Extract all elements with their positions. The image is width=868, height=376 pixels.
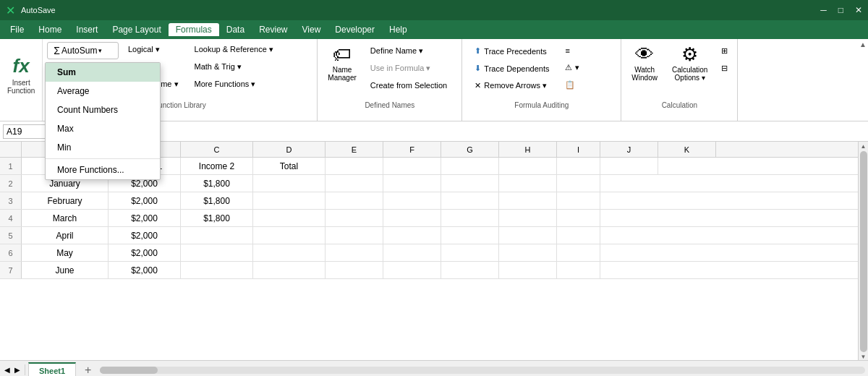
cell-G1[interactable] bbox=[441, 158, 499, 174]
remove-arrows-btn[interactable]: ✕ Remove Arrows ▾ bbox=[468, 78, 556, 93]
watch-window-btn[interactable]: 👁 WatchWindow bbox=[627, 42, 662, 83]
cell-F4[interactable] bbox=[383, 210, 441, 226]
name-manager-btn[interactable]: 🏷 NameManager bbox=[323, 42, 360, 83]
cell-C1[interactable]: Income 2 bbox=[181, 158, 253, 174]
cell-G6[interactable] bbox=[441, 244, 499, 261]
menu-formulas[interactable]: Formulas bbox=[169, 23, 219, 36]
menu-file[interactable]: File bbox=[3, 23, 31, 36]
cell-I3[interactable] bbox=[557, 192, 600, 209]
dropdown-more-functions[interactable]: More Functions... bbox=[46, 161, 160, 179]
menu-view[interactable]: View bbox=[295, 23, 328, 36]
autosum-btn[interactable]: Σ AutoSum ▾ bbox=[47, 42, 119, 59]
cell-D4[interactable] bbox=[253, 210, 326, 226]
menu-page-layout[interactable]: Page Layout bbox=[105, 23, 168, 36]
cell-H6[interactable] bbox=[499, 244, 557, 261]
cell-C7[interactable] bbox=[181, 262, 253, 278]
col-header-G[interactable]: G bbox=[441, 142, 499, 157]
cell-F1[interactable] bbox=[383, 158, 441, 174]
cell-D1[interactable]: Total bbox=[253, 158, 326, 174]
cell-C2[interactable]: $1,800 bbox=[181, 175, 253, 192]
sheet-tab-sheet1[interactable]: Sheet1 bbox=[28, 362, 76, 377]
formula-input[interactable] bbox=[77, 125, 865, 138]
trace-dependents-btn[interactable]: ⬇ Trace Dependents bbox=[468, 61, 556, 76]
dropdown-max[interactable]: Max bbox=[46, 119, 160, 138]
evaluate-formula-btn[interactable]: 📋 bbox=[558, 77, 585, 93]
cell-J7[interactable] bbox=[600, 262, 658, 278]
minimize-btn[interactable]: ─ bbox=[820, 5, 827, 15]
cell-C6[interactable] bbox=[181, 244, 253, 261]
cell-H3[interactable] bbox=[499, 192, 557, 209]
cell-I1[interactable] bbox=[557, 158, 600, 174]
cell-C3[interactable]: $1,800 bbox=[181, 192, 253, 209]
close-btn[interactable]: ✕ bbox=[855, 5, 862, 15]
math-trig-btn[interactable]: Math & Trig ▾ bbox=[188, 59, 280, 74]
show-formulas-btn[interactable]: ≡ bbox=[558, 43, 585, 58]
define-name-btn[interactable]: Define Name ▾ bbox=[364, 43, 454, 59]
cell-C5[interactable] bbox=[181, 227, 253, 244]
col-header-H[interactable]: H bbox=[499, 142, 557, 157]
cell-H1[interactable] bbox=[499, 158, 557, 174]
cell-J5[interactable] bbox=[600, 227, 658, 244]
create-from-selection-btn[interactable]: Create from Selection bbox=[364, 78, 454, 93]
cell-G7[interactable] bbox=[441, 262, 499, 278]
scroll-down-btn[interactable]: ▼ bbox=[861, 354, 867, 360]
col-header-J[interactable]: J bbox=[600, 142, 658, 157]
cell-J4[interactable] bbox=[600, 210, 658, 226]
cell-D7[interactable] bbox=[253, 262, 326, 278]
col-header-D[interactable]: D bbox=[253, 142, 326, 157]
cell-E6[interactable] bbox=[326, 244, 383, 261]
cell-H5[interactable] bbox=[499, 227, 557, 244]
cell-A3[interactable]: February bbox=[22, 192, 109, 209]
col-header-K[interactable]: K bbox=[658, 142, 716, 157]
cell-E4[interactable] bbox=[326, 210, 383, 226]
cell-C4[interactable]: $1,800 bbox=[181, 210, 253, 226]
vertical-scrollbar[interactable]: ▲ ▼ bbox=[858, 142, 868, 360]
insert-function-btn[interactable]: fx InsertFunction bbox=[0, 39, 43, 121]
cell-E7[interactable] bbox=[326, 262, 383, 278]
cell-G4[interactable] bbox=[441, 210, 499, 226]
cell-H2[interactable] bbox=[499, 175, 557, 192]
more-functions-btn[interactable]: More Functions ▾ bbox=[188, 77, 280, 92]
cell-G2[interactable] bbox=[441, 175, 499, 192]
cell-E2[interactable] bbox=[326, 175, 383, 192]
calc-now-btn[interactable]: ⊞ bbox=[718, 43, 731, 59]
add-sheet-btn[interactable]: + bbox=[79, 362, 97, 377]
col-header-I[interactable]: I bbox=[557, 142, 600, 157]
scroll-left-btn[interactable]: ◀ bbox=[3, 364, 12, 375]
dropdown-count-numbers[interactable]: Count Numbers bbox=[46, 101, 160, 119]
cell-J6[interactable] bbox=[600, 244, 658, 261]
scroll-thumb[interactable] bbox=[860, 151, 867, 352]
cell-F2[interactable] bbox=[383, 175, 441, 192]
cell-D2[interactable] bbox=[253, 175, 326, 192]
error-checking-btn[interactable]: ⚠ ▾ bbox=[558, 60, 585, 75]
calculation-options-btn[interactable]: ⚙ CalculationOptions ▾ bbox=[668, 42, 712, 83]
cell-F6[interactable] bbox=[383, 244, 441, 261]
lookup-ref-btn[interactable]: Lookup & Reference ▾ bbox=[188, 42, 280, 57]
cell-B7[interactable]: $2,000 bbox=[109, 262, 181, 278]
cell-H4[interactable] bbox=[499, 210, 557, 226]
calc-sheet-btn[interactable]: ⊟ bbox=[718, 61, 731, 76]
cell-B6[interactable]: $2,000 bbox=[109, 244, 181, 261]
cell-G5[interactable] bbox=[441, 227, 499, 244]
cell-D3[interactable] bbox=[253, 192, 326, 209]
cell-H7[interactable] bbox=[499, 262, 557, 278]
cell-F7[interactable] bbox=[383, 262, 441, 278]
cell-I4[interactable] bbox=[557, 210, 600, 226]
cell-A6[interactable]: May bbox=[22, 244, 109, 261]
cell-I6[interactable] bbox=[557, 244, 600, 261]
cell-E1[interactable] bbox=[326, 158, 383, 174]
use-in-formula-btn[interactable]: Use in Formula ▾ bbox=[364, 61, 454, 76]
dropdown-min[interactable]: Min bbox=[46, 138, 160, 157]
cell-A4[interactable]: March bbox=[22, 210, 109, 226]
cell-I7[interactable] bbox=[557, 262, 600, 278]
cell-F5[interactable] bbox=[383, 227, 441, 244]
cell-I5[interactable] bbox=[557, 227, 600, 244]
horizontal-scrollbar[interactable] bbox=[97, 367, 868, 374]
dropdown-sum[interactable]: Sum bbox=[46, 63, 160, 82]
cell-E5[interactable] bbox=[326, 227, 383, 244]
cell-D6[interactable] bbox=[253, 244, 326, 261]
ribbon-expand-btn[interactable]: ▲ bbox=[859, 40, 867, 48]
h-scroll-thumb[interactable] bbox=[100, 367, 158, 374]
cell-A7[interactable]: June bbox=[22, 262, 109, 278]
col-header-C[interactable]: C bbox=[181, 142, 253, 157]
